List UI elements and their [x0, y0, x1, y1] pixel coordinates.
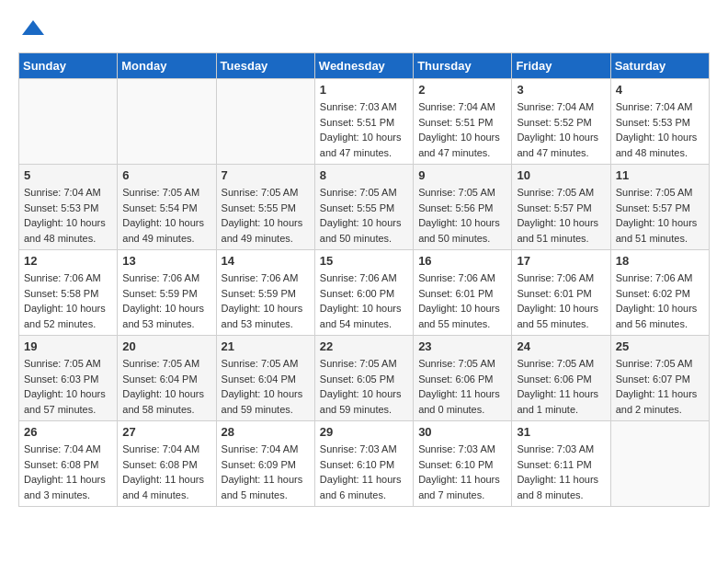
day-info: Sunrise: 7:05 AM Sunset: 6:04 PM Dayligh…	[122, 356, 210, 417]
day-info: Sunrise: 7:05 AM Sunset: 6:06 PM Dayligh…	[418, 356, 506, 417]
calendar-cell: 15Sunrise: 7:06 AM Sunset: 6:00 PM Dayli…	[314, 250, 413, 336]
day-number: 6	[122, 168, 210, 182]
header-saturday: Saturday	[610, 53, 709, 79]
day-info: Sunrise: 7:05 AM Sunset: 5:55 PM Dayligh…	[222, 185, 310, 246]
day-number: 21	[222, 339, 310, 353]
calendar-cell: 8Sunrise: 7:05 AM Sunset: 5:55 PM Daylig…	[314, 165, 413, 250]
day-info: Sunrise: 7:03 AM Sunset: 6:10 PM Dayligh…	[320, 442, 408, 502]
calendar-cell: 1Sunrise: 7:03 AM Sunset: 5:51 PM Daylig…	[314, 79, 413, 165]
calendar-cell: 21Sunrise: 7:05 AM Sunset: 6:04 PM Dayli…	[216, 336, 314, 421]
calendar-cell: 29Sunrise: 7:03 AM Sunset: 6:10 PM Dayli…	[314, 421, 413, 507]
calendar-cell: 5Sunrise: 7:04 AM Sunset: 5:53 PM Daylig…	[19, 165, 118, 250]
day-number: 29	[320, 425, 408, 439]
calendar-cell	[19, 79, 118, 165]
calendar-cell: 31Sunrise: 7:03 AM Sunset: 6:11 PM Dayli…	[512, 421, 610, 507]
day-info: Sunrise: 7:05 AM Sunset: 6:03 PM Dayligh…	[24, 356, 112, 417]
day-number: 14	[222, 254, 310, 268]
day-info: Sunrise: 7:05 AM Sunset: 5:56 PM Dayligh…	[418, 185, 506, 246]
day-info: Sunrise: 7:04 AM Sunset: 6:08 PM Dayligh…	[24, 442, 112, 502]
week-row-5: 26Sunrise: 7:04 AM Sunset: 6:08 PM Dayli…	[19, 421, 710, 507]
week-row-4: 19Sunrise: 7:05 AM Sunset: 6:03 PM Dayli…	[19, 336, 710, 421]
calendar-cell	[118, 79, 216, 165]
calendar-cell: 4Sunrise: 7:04 AM Sunset: 5:53 PM Daylig…	[610, 79, 709, 165]
day-number: 20	[122, 339, 210, 353]
calendar-cell: 11Sunrise: 7:05 AM Sunset: 5:57 PM Dayli…	[610, 165, 709, 250]
calendar-cell	[216, 79, 314, 165]
calendar-cell: 16Sunrise: 7:06 AM Sunset: 6:01 PM Dayli…	[414, 250, 512, 336]
header-wednesday: Wednesday	[314, 53, 413, 79]
day-info: Sunrise: 7:04 AM Sunset: 5:53 PM Dayligh…	[24, 185, 112, 246]
day-info: Sunrise: 7:05 AM Sunset: 5:57 PM Dayligh…	[616, 185, 704, 246]
svg-marker-0	[22, 20, 44, 35]
calendar-cell: 2Sunrise: 7:04 AM Sunset: 5:51 PM Daylig…	[414, 79, 512, 165]
day-number: 15	[320, 254, 408, 268]
day-info: Sunrise: 7:05 AM Sunset: 5:54 PM Dayligh…	[122, 185, 210, 246]
calendar-cell: 22Sunrise: 7:05 AM Sunset: 6:05 PM Dayli…	[314, 336, 413, 421]
day-info: Sunrise: 7:06 AM Sunset: 6:01 PM Dayligh…	[517, 270, 605, 331]
calendar-cell: 12Sunrise: 7:06 AM Sunset: 5:58 PM Dayli…	[19, 250, 118, 336]
day-number: 24	[517, 339, 605, 353]
day-info: Sunrise: 7:04 AM Sunset: 5:51 PM Dayligh…	[418, 99, 506, 160]
calendar-cell: 20Sunrise: 7:05 AM Sunset: 6:04 PM Dayli…	[118, 336, 216, 421]
day-number: 25	[616, 339, 704, 353]
day-number: 17	[517, 254, 605, 268]
day-number: 19	[24, 339, 112, 353]
day-number: 4	[616, 83, 704, 97]
day-info: Sunrise: 7:06 AM Sunset: 6:02 PM Dayligh…	[616, 270, 704, 331]
calendar-table: SundayMondayTuesdayWednesdayThursdayFrid…	[18, 52, 710, 507]
day-number: 1	[320, 83, 408, 97]
calendar-cell: 7Sunrise: 7:05 AM Sunset: 5:55 PM Daylig…	[216, 165, 314, 250]
day-number: 2	[418, 83, 506, 97]
day-info: Sunrise: 7:06 AM Sunset: 5:58 PM Dayligh…	[24, 270, 112, 331]
day-number: 13	[122, 254, 210, 268]
logo	[18, 18, 46, 43]
week-row-1: 1Sunrise: 7:03 AM Sunset: 5:51 PM Daylig…	[19, 79, 710, 165]
day-number: 12	[24, 254, 112, 268]
calendar-cell: 24Sunrise: 7:05 AM Sunset: 6:06 PM Dayli…	[512, 336, 610, 421]
day-number: 31	[517, 425, 605, 439]
week-row-3: 12Sunrise: 7:06 AM Sunset: 5:58 PM Dayli…	[19, 250, 710, 336]
header-friday: Friday	[512, 53, 610, 79]
day-info: Sunrise: 7:06 AM Sunset: 6:01 PM Dayligh…	[418, 270, 506, 331]
day-number: 3	[517, 83, 605, 97]
calendar-cell: 14Sunrise: 7:06 AM Sunset: 5:59 PM Dayli…	[216, 250, 314, 336]
calendar-cell: 17Sunrise: 7:06 AM Sunset: 6:01 PM Dayli…	[512, 250, 610, 336]
day-info: Sunrise: 7:06 AM Sunset: 6:00 PM Dayligh…	[320, 270, 408, 331]
calendar-cell: 9Sunrise: 7:05 AM Sunset: 5:56 PM Daylig…	[414, 165, 512, 250]
day-info: Sunrise: 7:04 AM Sunset: 6:09 PM Dayligh…	[222, 442, 310, 502]
page-header	[18, 18, 710, 43]
calendar-cell: 19Sunrise: 7:05 AM Sunset: 6:03 PM Dayli…	[19, 336, 118, 421]
calendar-cell: 13Sunrise: 7:06 AM Sunset: 5:59 PM Dayli…	[118, 250, 216, 336]
day-info: Sunrise: 7:06 AM Sunset: 5:59 PM Dayligh…	[222, 270, 310, 331]
calendar-cell: 27Sunrise: 7:04 AM Sunset: 6:08 PM Dayli…	[118, 421, 216, 507]
day-info: Sunrise: 7:05 AM Sunset: 6:04 PM Dayligh…	[222, 356, 310, 417]
day-info: Sunrise: 7:06 AM Sunset: 5:59 PM Dayligh…	[122, 270, 210, 331]
day-number: 23	[418, 339, 506, 353]
day-number: 27	[122, 425, 210, 439]
day-number: 5	[24, 168, 112, 182]
day-info: Sunrise: 7:05 AM Sunset: 6:06 PM Dayligh…	[517, 356, 605, 417]
calendar-header: SundayMondayTuesdayWednesdayThursdayFrid…	[19, 53, 710, 79]
header-thursday: Thursday	[414, 53, 512, 79]
day-number: 26	[24, 425, 112, 439]
header-sunday: Sunday	[19, 53, 118, 79]
day-number: 28	[222, 425, 310, 439]
day-number: 22	[320, 339, 408, 353]
day-info: Sunrise: 7:05 AM Sunset: 6:07 PM Dayligh…	[616, 356, 704, 417]
day-info: Sunrise: 7:05 AM Sunset: 5:55 PM Dayligh…	[320, 185, 408, 246]
day-info: Sunrise: 7:04 AM Sunset: 5:53 PM Dayligh…	[616, 99, 704, 160]
day-number: 30	[418, 425, 506, 439]
calendar-cell	[610, 421, 709, 507]
logo-icon	[20, 18, 46, 39]
calendar-cell: 6Sunrise: 7:05 AM Sunset: 5:54 PM Daylig…	[118, 165, 216, 250]
day-number: 7	[222, 168, 310, 182]
day-number: 11	[616, 168, 704, 182]
day-info: Sunrise: 7:03 AM Sunset: 6:10 PM Dayligh…	[418, 442, 506, 502]
header-tuesday: Tuesday	[216, 53, 314, 79]
day-number: 18	[616, 254, 704, 268]
calendar-cell: 26Sunrise: 7:04 AM Sunset: 6:08 PM Dayli…	[19, 421, 118, 507]
week-row-2: 5Sunrise: 7:04 AM Sunset: 5:53 PM Daylig…	[19, 165, 710, 250]
day-info: Sunrise: 7:05 AM Sunset: 6:05 PM Dayligh…	[320, 356, 408, 417]
calendar-cell: 10Sunrise: 7:05 AM Sunset: 5:57 PM Dayli…	[512, 165, 610, 250]
day-info: Sunrise: 7:03 AM Sunset: 6:11 PM Dayligh…	[517, 442, 605, 502]
